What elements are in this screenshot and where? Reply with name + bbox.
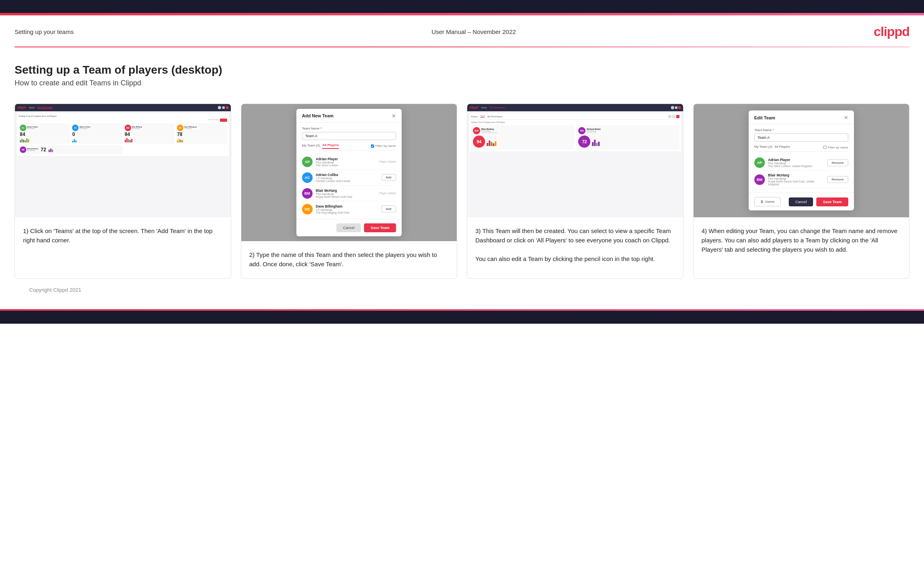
main-content: Setting up a Team of players (desktop) H… <box>0 47 924 310</box>
modal-footer: Cancel Save Team <box>296 219 402 236</box>
player-info: Blair McHarg Plus Handicap Royal North D… <box>316 189 376 198</box>
filter-checkbox[interactable] <box>371 144 374 148</box>
top-bar <box>0 0 924 13</box>
header-left-text: Setting up your teams <box>15 28 74 35</box>
page-title: Setting up a Team of players (desktop) <box>15 64 909 76</box>
avatar: BM <box>302 188 313 199</box>
add-team-modal: Add New Team ✕ Team Name * My Team (2) A… <box>296 109 402 236</box>
card-1-text: 1) Click on 'Teams' at the top of the sc… <box>15 217 231 279</box>
avatar: AC <box>302 172 313 183</box>
player-list: AP Adrian Player Plus Handicap The Shire… <box>302 154 396 215</box>
card-2: Add New Team ✕ Team Name * My Team (2) A… <box>241 104 458 279</box>
edit-tab-all-players[interactable]: All Players <box>775 145 790 150</box>
player-club: Royal North Devon Golf Club <box>316 195 376 198</box>
header: Setting up your teams User Manual – Nove… <box>0 15 924 47</box>
team-name-input[interactable] <box>302 132 396 140</box>
edit-tab-my-team[interactable]: My Team (2) <box>754 145 772 150</box>
edit-modal-close-icon[interactable]: ✕ <box>844 115 848 121</box>
player-handicap: Plus Handicap <box>316 161 376 164</box>
ss3-screenshot: clippd Home My Performance <box>467 104 683 217</box>
tab-all-players[interactable]: All Players <box>322 143 339 149</box>
edit-modal-body: Team Name * My Team (2) All Players Filt… <box>749 124 854 193</box>
player-row: AC Adrian Coliba 1.5 Handicap Central Lo… <box>302 170 396 186</box>
edit-team-modal: Edit Team ✕ Team Name * My Team (2) All … <box>749 110 854 210</box>
cancel-button[interactable]: Cancel <box>336 223 361 232</box>
player-club: The Dog Maging Golf Club <box>316 211 378 214</box>
edit-modal-header: Edit Team ✕ <box>749 110 854 124</box>
avatar: BM <box>754 174 765 185</box>
footer-copyright: Copyright Clippd 2021 <box>15 279 909 301</box>
trash-icon: 🗑 <box>760 200 764 204</box>
modal-close-icon[interactable]: ✕ <box>392 113 396 119</box>
player-name: Blair McHarg <box>768 173 824 177</box>
ss1-screenshot: clippd Home My Performance Finding 5 out… <box>15 104 231 217</box>
ss1-nav: clippd Home My Performance <box>15 104 231 111</box>
save-team-button[interactable]: Save Team <box>364 223 396 232</box>
player-name: Adrian Coliba <box>316 173 378 177</box>
bottom-bar <box>0 311 924 324</box>
edit-cancel-button[interactable]: Cancel <box>789 197 813 206</box>
player-club: The Shire London, United Kingdom <box>768 165 824 168</box>
ss3-logo: clippd <box>470 106 478 109</box>
player-info: Adrian Player Plus Handicap The Shire Lo… <box>768 158 824 168</box>
player-row: AP Adrian Player Plus Handicap The Shire… <box>302 154 396 170</box>
remove-player-button[interactable]: Remove <box>827 159 848 166</box>
player-added-label: Player Added <box>379 160 396 163</box>
edit-save-team-button[interactable]: Save Team <box>816 197 848 206</box>
player-club: Central London Golf Centre <box>316 180 378 182</box>
player-info: Dave Billingham 3.5 Handicap The Dog Mag… <box>316 204 378 214</box>
edit-player-row: AP Adrian Player Plus Handicap The Shire… <box>754 155 848 171</box>
player-info: Adrian Coliba 1.5 Handicap Central Londo… <box>316 173 378 182</box>
page-subtitle: How to create and edit Teams in Clippd <box>15 79 909 87</box>
filter-by-name: Filter by name <box>371 144 396 148</box>
card-4-screenshot: Edit Team ✕ Team Name * My Team (2) All … <box>694 104 909 217</box>
avatar: AP <box>302 157 313 167</box>
modal-tabs: My Team (2) All Players Filter by name <box>302 143 396 151</box>
player-handicap: 1.5 Handicap <box>316 177 378 180</box>
edit-modal-title: Edit Team <box>754 115 775 120</box>
player-info: Adrian Player Plus Handicap The Shire Lo… <box>316 157 376 167</box>
card-1-screenshot: clippd Home My Performance Finding 5 out… <box>15 104 231 217</box>
tab-my-team[interactable]: My Team (2) <box>302 144 320 148</box>
player-name: Adrian Player <box>316 157 376 161</box>
player-added-label: Player Added <box>379 192 396 195</box>
card-1: clippd Home My Performance Finding 5 out… <box>15 104 231 279</box>
card-2-text: 2) Type the name of this Team and then s… <box>241 241 457 279</box>
ss1-logo: clippd <box>17 106 26 109</box>
player-club: The Shire London <box>316 164 376 167</box>
add-player-button[interactable]: Add <box>381 174 396 181</box>
card-4-text: 4) When editing your Team, you can chang… <box>694 217 909 279</box>
edit-filter: Filter by name <box>823 146 848 149</box>
delete-team-button[interactable]: 🗑 Delete <box>754 197 781 206</box>
card-2-screenshot: Add New Team ✕ Team Name * My Team (2) A… <box>241 104 457 241</box>
edit-footer-right: Cancel Save Team <box>789 197 848 206</box>
cards-row: clippd Home My Performance Finding 5 out… <box>15 104 909 279</box>
player-handicap: Plus Handicap <box>768 162 824 165</box>
modal-header: Add New Team ✕ <box>296 109 402 123</box>
team-name-label: Team Name * <box>302 127 396 130</box>
ss3-nav: clippd Home My Performance <box>467 104 683 111</box>
player-row: DB Dave Billingham 3.5 Handicap The Dog … <box>302 202 396 215</box>
edit-player-row: BM Blair McHarg Plus Handicap Royal Nort… <box>754 171 848 189</box>
player-club: Royal North Devon Golf Club, United King… <box>768 180 824 186</box>
edit-filter-checkbox[interactable] <box>823 146 826 149</box>
card-3-screenshot: clippd Home My Performance <box>467 104 683 217</box>
header-center-text: User Manual – November 2022 <box>432 28 516 35</box>
ss4-screenshot: Edit Team ✕ Team Name * My Team (2) All … <box>694 104 909 217</box>
edit-team-name-label: Team Name * <box>754 128 848 132</box>
header-logo: clippd <box>874 24 909 39</box>
player-handicap: Plus Handicap <box>768 177 824 180</box>
remove-player-button[interactable]: Remove <box>827 176 848 183</box>
edit-team-name-input[interactable] <box>754 134 848 142</box>
edit-modal-footer: 🗑 Delete Cancel Save Team <box>749 193 854 210</box>
ss2-screenshot: Add New Team ✕ Team Name * My Team (2) A… <box>241 104 457 241</box>
add-player-button[interactable]: Add <box>381 206 396 212</box>
player-name: Adrian Player <box>768 158 824 162</box>
modal-title: Add New Team <box>302 113 334 118</box>
player-handicap: Plus Handicap <box>316 193 376 195</box>
player-info: Blair McHarg Plus Handicap Royal North D… <box>768 173 824 186</box>
player-name: Dave Billingham <box>316 204 378 208</box>
card-3: clippd Home My Performance <box>467 104 683 279</box>
modal-body: Team Name * My Team (2) All Players Filt… <box>296 123 402 219</box>
player-row: BM Blair McHarg Plus Handicap Royal Nort… <box>302 186 396 202</box>
